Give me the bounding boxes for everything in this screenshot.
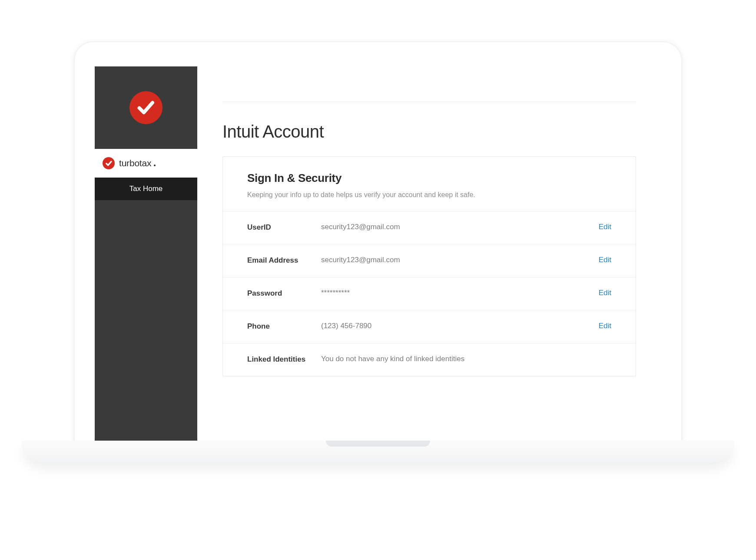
row-value: (123) 456-7890 — [321, 322, 599, 330]
sign-in-security-card: Sign In & Security Keeping your info up … — [222, 156, 636, 376]
brand-dot-icon — [154, 165, 156, 166]
main-content: Intuit Account Sign In & Security Keepin… — [197, 66, 661, 445]
row-userid: UserID security123@gmail.com Edit — [223, 211, 636, 244]
header-spacer — [222, 66, 636, 102]
laptop-screen: turbotax Tax Home Intuit Account Sign In… — [74, 41, 682, 445]
row-label: Password — [247, 289, 321, 299]
edit-link-userid[interactable]: Edit — [599, 223, 611, 231]
card-subtitle: Keeping your info up to date helps us ve… — [247, 191, 611, 199]
checkmark-icon — [105, 160, 113, 167]
row-label: UserID — [247, 223, 321, 233]
sidebar-item-tax-home[interactable]: Tax Home — [95, 178, 197, 200]
edit-link-phone[interactable]: Edit — [599, 322, 611, 330]
row-label: Linked Identities — [247, 355, 321, 365]
sidebar-brand[interactable]: turbotax — [95, 149, 197, 178]
row-value: You do not have any kind of linked ident… — [321, 355, 611, 363]
page-title: Intuit Account — [222, 122, 636, 142]
laptop-frame: turbotax Tax Home Intuit Account Sign In… — [22, 41, 734, 484]
sidebar-item-label: Tax Home — [129, 184, 163, 193]
card-header: Sign In & Security Keeping your info up … — [223, 157, 636, 211]
laptop-base — [22, 441, 734, 462]
row-linked-identities: Linked Identities You do not have any ki… — [223, 343, 636, 376]
sidebar: turbotax Tax Home — [95, 66, 197, 445]
card-title: Sign In & Security — [247, 171, 611, 185]
row-label: Email Address — [247, 256, 321, 266]
sidebar-logo-block — [95, 66, 197, 149]
brand-text: turbotax — [119, 158, 151, 168]
laptop-notch — [326, 441, 430, 447]
row-phone: Phone (123) 456-7890 Edit — [223, 310, 636, 343]
turbotax-logo-icon — [129, 91, 162, 124]
row-label: Phone — [247, 322, 321, 332]
row-value: ********** — [321, 289, 599, 297]
edit-link-email[interactable]: Edit — [599, 256, 611, 264]
row-password: Password ********** Edit — [223, 277, 636, 310]
edit-link-password[interactable]: Edit — [599, 289, 611, 297]
checkmark-icon — [136, 98, 156, 118]
row-email: Email Address security123@gmail.com Edit — [223, 244, 636, 277]
row-value: security123@gmail.com — [321, 223, 599, 231]
row-value: security123@gmail.com — [321, 256, 599, 264]
turbotax-logo-icon — [103, 157, 115, 169]
